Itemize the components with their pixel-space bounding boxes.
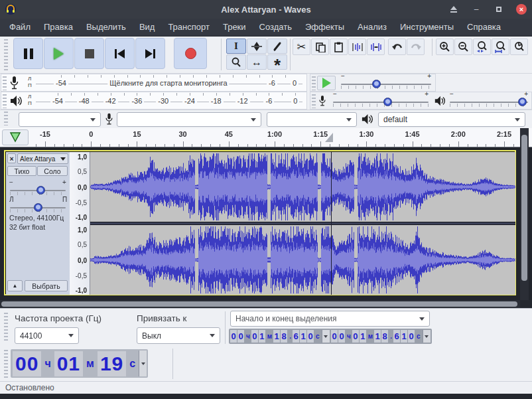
menu-item-10[interactable]: Справка <box>460 19 507 36</box>
fit-project-button[interactable] <box>492 39 509 55</box>
close-button[interactable]: × <box>516 4 527 15</box>
track-name-menu[interactable]: Alex Attarya <box>17 153 68 164</box>
time-digit-group[interactable]: 00 <box>13 351 41 376</box>
time-digit[interactable]: 1 <box>300 330 306 343</box>
zoom-selection-button[interactable] <box>473 39 491 55</box>
copy-button[interactable] <box>311 39 329 55</box>
zoom-in-button[interactable] <box>436 39 454 55</box>
time-digit[interactable]: 6 <box>293 330 299 343</box>
menu-item-5[interactable]: Треки <box>216 19 253 36</box>
horizontal-scroll-thumb[interactable] <box>1 301 517 307</box>
zoom-toggle-button[interactable] <box>510 39 528 55</box>
time-digit[interactable]: 6 <box>393 330 400 343</box>
zoom-out-button[interactable] <box>454 39 472 55</box>
paste-button[interactable] <box>330 39 348 55</box>
zoom-tool-button[interactable] <box>226 54 246 70</box>
multi-tool-button[interactable]: * <box>267 54 287 70</box>
vertical-scrollbar[interactable] <box>520 128 529 300</box>
time-digit[interactable]: 0 <box>237 330 244 343</box>
playback-meter[interactable]: ЛП -54-48-42-36-30-24-18-12-60 <box>1 92 307 110</box>
playback-device-select[interactable]: default <box>378 112 525 127</box>
menu-item-0[interactable]: Файл <box>3 19 37 36</box>
recording-volume-slider[interactable]: − + <box>332 96 430 107</box>
waveform-right-channel[interactable] <box>90 225 515 295</box>
menu-item-2[interactable]: Выделить <box>80 19 133 36</box>
horizontal-scrollbar[interactable] <box>0 300 520 308</box>
slider-thumb[interactable] <box>34 203 42 212</box>
track-close-button[interactable]: × <box>7 153 16 163</box>
menu-item-6[interactable]: Создать <box>253 19 299 36</box>
selection-tool-button[interactable]: I <box>226 39 246 54</box>
shade-button[interactable] <box>448 4 459 15</box>
time-digit[interactable]: 0 <box>331 330 338 343</box>
menu-item-8[interactable]: Анализ <box>351 19 393 36</box>
vertical-scale-ruler[interactable]: 1,00,50,0-0,5-1,0 1,00,50,0-0,5-1,0 <box>70 152 90 295</box>
menu-item-3[interactable]: Вид <box>133 19 162 36</box>
pause-button[interactable] <box>13 38 43 69</box>
draw-tool-button[interactable] <box>267 39 287 54</box>
timeshift-tool-button[interactable]: ↔ <box>247 54 267 70</box>
mute-button[interactable]: Тихо <box>7 166 36 176</box>
slider-thumb[interactable] <box>518 98 527 106</box>
menu-item-1[interactable]: Правка <box>37 19 80 36</box>
time-digit-group[interactable]: 19 <box>98 351 126 376</box>
time-digit[interactable]: 1 <box>259 330 265 343</box>
restore-button[interactable] <box>494 4 504 15</box>
time-field-dropdown[interactable] <box>423 330 431 343</box>
play-button[interactable] <box>44 38 74 69</box>
select-track-button[interactable]: Выбрать <box>25 280 68 291</box>
audio-host-select[interactable] <box>19 112 101 127</box>
trim-outside-button[interactable] <box>348 39 366 55</box>
playback-volume-slider[interactable]: − + <box>448 96 529 107</box>
time-digit[interactable]: 1 <box>273 330 280 343</box>
record-button[interactable] <box>174 38 207 69</box>
time-digit[interactable]: 8 <box>281 330 287 343</box>
project-rate-select[interactable]: 44100 <box>15 327 79 344</box>
vertical-scroll-thumb[interactable] <box>521 135 527 281</box>
time-field-dropdown[interactable] <box>322 330 330 343</box>
redo-button[interactable] <box>407 39 425 55</box>
recording-channels-select[interactable] <box>267 112 357 127</box>
recording-device-select[interactable] <box>117 112 261 127</box>
time-digit[interactable]: 8 <box>381 330 388 343</box>
slider-thumb[interactable] <box>383 98 392 106</box>
selection-end-field[interactable]: 00ч01м18.610с <box>330 329 432 344</box>
recording-meter[interactable]: ЛП -54Щёлкните для старта мониторинга-60 <box>1 74 307 92</box>
waveform-area[interactable] <box>90 152 515 295</box>
time-digit-group[interactable]: 01 <box>54 351 83 376</box>
cut-button[interactable]: ✂ <box>293 39 310 55</box>
time-digit[interactable]: 1 <box>401 330 407 343</box>
gain-slider[interactable] <box>9 185 67 195</box>
minimize-button[interactable]: – <box>471 4 482 15</box>
time-digit[interactable]: 0 <box>230 330 237 343</box>
stop-button[interactable] <box>74 38 104 69</box>
timeline-ruler[interactable]: -1501530451:001:151:301:452:002:15 <box>0 128 532 147</box>
waveform-left-channel[interactable] <box>90 152 515 222</box>
menu-item-9[interactable]: Инструменты <box>393 19 460 36</box>
time-field-dropdown[interactable] <box>139 351 147 376</box>
selection-mode-select[interactable]: Начало и конец выделения <box>230 311 430 327</box>
time-digit[interactable]: 1 <box>374 330 381 343</box>
selection-start-field[interactable]: 00ч01м18.610с <box>229 329 331 344</box>
time-digit[interactable]: 1 <box>360 330 366 343</box>
playhead-marker[interactable] <box>325 133 333 142</box>
audio-position-field[interactable]: 00ч01м19с <box>11 349 148 378</box>
play-at-speed-button[interactable] <box>317 76 336 90</box>
menu-item-7[interactable]: Эффекты <box>299 19 351 36</box>
time-digit[interactable]: 0 <box>338 330 345 343</box>
time-digit[interactable]: 0 <box>408 330 415 343</box>
snap-to-select[interactable]: Выкл <box>137 327 220 344</box>
collapse-track-button[interactable]: ▲ <box>7 280 23 291</box>
skip-start-button[interactable] <box>105 38 135 69</box>
undo-button[interactable] <box>388 39 406 55</box>
pan-slider[interactable] <box>9 202 67 212</box>
play-speed-slider[interactable]: − + <box>340 78 432 89</box>
solo-button[interactable]: Соло <box>37 166 68 176</box>
silence-selection-button[interactable] <box>367 39 385 55</box>
time-digit[interactable]: 0 <box>352 330 359 343</box>
time-digit[interactable]: 0 <box>307 330 314 343</box>
envelope-tool-button[interactable] <box>247 39 267 54</box>
skip-end-button[interactable] <box>135 38 165 69</box>
slider-thumb[interactable] <box>372 80 381 88</box>
menu-item-4[interactable]: Транспорт <box>161 19 216 36</box>
